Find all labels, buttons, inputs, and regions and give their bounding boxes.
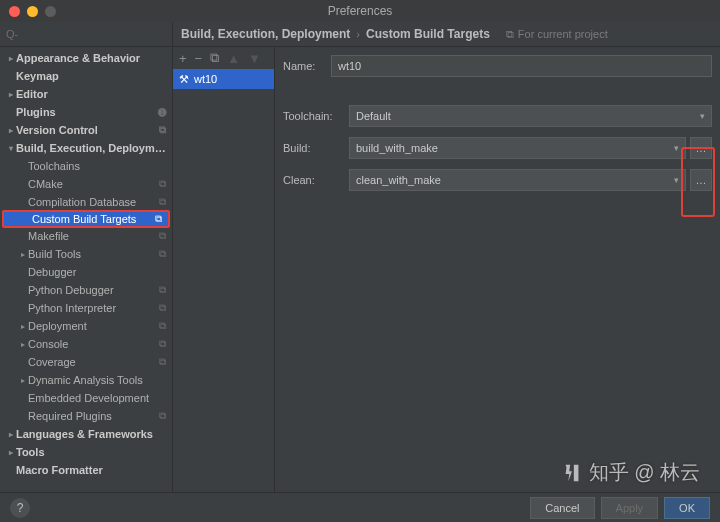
- tree-item-label: Toolchains: [28, 160, 166, 172]
- clean-select[interactable]: clean_with_make: [349, 169, 686, 191]
- tree-item[interactable]: ▸Tools: [0, 443, 172, 461]
- tree-item[interactable]: ▸Deployment⧉: [0, 317, 172, 335]
- tree-item-label: Python Debugger: [28, 284, 159, 296]
- breadcrumb-item[interactable]: Build, Execution, Deployment: [181, 27, 350, 41]
- main-panel: Build, Execution, Deployment › Custom Bu…: [173, 22, 720, 492]
- add-button[interactable]: +: [179, 51, 187, 66]
- chevron-icon: ▸: [6, 430, 16, 439]
- name-label: Name:: [283, 60, 331, 72]
- tree-item-label: Coverage: [28, 356, 159, 368]
- tree-item-label: Embedded Development: [28, 392, 166, 404]
- scope-tag: ⧉ For current project: [506, 28, 608, 41]
- tree-item-label: Tools: [16, 446, 166, 458]
- tree-item-label: Macro Formatter: [16, 464, 166, 476]
- tree-item[interactable]: ▸Version Control⧉: [0, 121, 172, 139]
- tree-item[interactable]: Macro Formatter: [0, 461, 172, 479]
- tree-item-label: Custom Build Targets: [32, 213, 155, 225]
- tree-item[interactable]: ▸Build Tools⧉: [0, 245, 172, 263]
- target-name: wt10: [194, 73, 217, 85]
- toolchain-value: Default: [356, 110, 391, 122]
- name-input[interactable]: [331, 55, 712, 77]
- tree-item[interactable]: ▸Languages & Frameworks: [0, 425, 172, 443]
- scope-icon: ⧉: [159, 248, 166, 260]
- copy-button[interactable]: ⧉: [210, 50, 219, 66]
- scope-icon: ⧉: [159, 302, 166, 314]
- chevron-icon: ▸: [18, 250, 28, 259]
- move-up-button[interactable]: ▲: [227, 51, 240, 66]
- tree-item-label: Dynamic Analysis Tools: [28, 374, 166, 386]
- tree-item[interactable]: Debugger: [0, 263, 172, 281]
- scope-icon: ⧉: [159, 320, 166, 332]
- tree-item[interactable]: ▸Editor: [0, 85, 172, 103]
- preferences-sidebar: ▸Appearance & BehaviorKeymap▸EditorPlugi…: [0, 22, 173, 492]
- tree-item[interactable]: Keymap: [0, 67, 172, 85]
- tree-item-label: Version Control: [16, 124, 159, 136]
- tree-item[interactable]: Python Interpreter⧉: [0, 299, 172, 317]
- tree-item[interactable]: ▸Console⧉: [0, 335, 172, 353]
- target-list-item[interactable]: ⚒ wt10: [173, 69, 274, 89]
- tree-item[interactable]: Required Plugins⧉: [0, 407, 172, 425]
- target-form: Name: Toolchain: Default Build: build_wi…: [275, 47, 720, 492]
- tree-item-label: Compilation Database: [28, 196, 159, 208]
- clean-value: clean_with_make: [356, 174, 441, 186]
- move-down-button[interactable]: ▼: [248, 51, 261, 66]
- breadcrumb-item: Custom Build Targets: [366, 27, 490, 41]
- tree-item-label: Console: [28, 338, 159, 350]
- tree-item-label: Debugger: [28, 266, 166, 278]
- tree-item[interactable]: Python Debugger⧉: [0, 281, 172, 299]
- tree-item[interactable]: CMake⧉: [0, 175, 172, 193]
- chevron-icon: ▸: [6, 448, 16, 457]
- remove-button[interactable]: −: [195, 51, 203, 66]
- tree-item-label: Required Plugins: [28, 410, 159, 422]
- targets-toolbar: + − ⧉ ▲ ▼: [173, 47, 274, 69]
- scope-icon: ⧉: [159, 284, 166, 296]
- window-maximize-button[interactable]: [45, 6, 56, 17]
- window-minimize-button[interactable]: [27, 6, 38, 17]
- tree-item[interactable]: Embedded Development: [0, 389, 172, 407]
- clean-label: Clean:: [283, 174, 349, 186]
- search-input[interactable]: [6, 28, 166, 40]
- tree-item-label: CMake: [28, 178, 159, 190]
- annotation-highlight-box: [681, 147, 715, 217]
- titlebar: Preferences: [0, 0, 720, 22]
- chevron-icon: ▸: [18, 322, 28, 331]
- dialog-footer: ? Cancel Apply OK: [0, 492, 720, 522]
- chevron-right-icon: ›: [356, 28, 360, 40]
- tree-item[interactable]: Custom Build Targets⧉: [2, 210, 170, 228]
- targets-list-column: + − ⧉ ▲ ▼ ⚒ wt10: [173, 47, 275, 492]
- help-button[interactable]: ?: [10, 498, 30, 518]
- build-value: build_with_make: [356, 142, 438, 154]
- chevron-icon: ▸: [6, 126, 16, 135]
- scope-icon: ⧉: [159, 230, 166, 242]
- breadcrumb: Build, Execution, Deployment › Custom Bu…: [173, 22, 720, 47]
- scope-icon: ⧉: [159, 196, 166, 208]
- tree-item[interactable]: Toolchains: [0, 157, 172, 175]
- scope-icon: ⧉: [159, 124, 166, 136]
- tree-item-label: Deployment: [28, 320, 159, 332]
- tree-item[interactable]: Makefile⧉: [0, 227, 172, 245]
- tree-item-label: Makefile: [28, 230, 159, 242]
- scope-icon: ➊: [158, 107, 166, 118]
- tree-item-label: Build Tools: [28, 248, 159, 260]
- scope-icon: ⧉: [159, 338, 166, 350]
- build-select[interactable]: build_with_make: [349, 137, 686, 159]
- tree-item-label: Editor: [16, 88, 166, 100]
- tree-item[interactable]: ▸Appearance & Behavior: [0, 49, 172, 67]
- chevron-icon: ▸: [6, 90, 16, 99]
- scope-icon: ⧉: [155, 213, 162, 225]
- apply-button[interactable]: Apply: [601, 497, 659, 519]
- window-close-button[interactable]: [9, 6, 20, 17]
- tree-item-label: Appearance & Behavior: [16, 52, 166, 64]
- tree-item[interactable]: Coverage⧉: [0, 353, 172, 371]
- ok-button[interactable]: OK: [664, 497, 710, 519]
- tree-item[interactable]: ▸Dynamic Analysis Tools: [0, 371, 172, 389]
- tree-item[interactable]: Compilation Database⧉: [0, 193, 172, 211]
- toolchain-select[interactable]: Default: [349, 105, 712, 127]
- cancel-button[interactable]: Cancel: [530, 497, 594, 519]
- project-icon: ⧉: [506, 28, 514, 41]
- tree-item-label: Languages & Frameworks: [16, 428, 166, 440]
- tree-item[interactable]: ▾Build, Execution, Deployment: [0, 139, 172, 157]
- search-row: [0, 22, 172, 47]
- tree-item[interactable]: Plugins➊: [0, 103, 172, 121]
- scope-label: For current project: [518, 28, 608, 40]
